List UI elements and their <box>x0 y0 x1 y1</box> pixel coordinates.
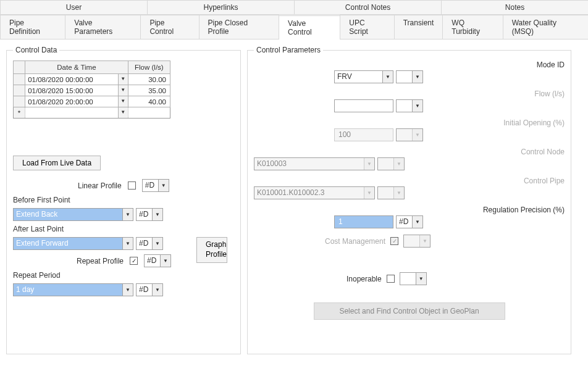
tab-user[interactable]: User <box>0 0 148 14</box>
control-data-group: Control Data Date & Time Flow (l/s) 01/0… <box>6 46 241 354</box>
regulation-precision-hash-dropdown[interactable]: #D▼ <box>396 215 423 228</box>
tab-hyperlinks[interactable]: Hyperlinks <box>147 0 295 14</box>
linear-profile-checkbox[interactable] <box>128 181 136 190</box>
chevron-down-icon: ▼ <box>364 187 374 199</box>
control-pipe-label: Control Pipe <box>356 177 565 185</box>
repeat-period-dropdown[interactable]: 1 day▼ <box>13 283 133 296</box>
chevron-down-icon[interactable]: ▼ <box>152 284 162 296</box>
regulation-precision-label: Regulation Precision (%) <box>336 206 565 214</box>
chevron-down-icon[interactable]: ▼ <box>382 71 393 83</box>
inoperable-label: Inoperable <box>346 275 382 283</box>
cost-management-label: Cost Management <box>325 237 385 246</box>
chevron-down-icon[interactable]: ▼ <box>118 96 128 107</box>
flow-hash-dropdown[interactable]: ▼ <box>396 99 423 112</box>
control-node-dropdown: K010003▼ <box>254 157 375 170</box>
initial-opening-label: Initial Opening (%) <box>356 119 565 127</box>
chevron-down-icon[interactable]: ▼ <box>118 85 128 96</box>
load-from-live-data-button[interactable]: Load From Live Data <box>13 156 101 170</box>
inoperable-hash-dropdown[interactable]: ▼ <box>400 272 427 285</box>
chevron-down-icon[interactable]: ▼ <box>412 216 422 228</box>
before-first-point-label: Before First Point <box>13 196 234 204</box>
after-last-point-label: After Last Point <box>13 225 234 233</box>
chevron-down-icon[interactable]: ▼ <box>412 100 422 112</box>
flow-label: Flow (l/s) <box>356 90 565 98</box>
grid-header-datetime: Date & Time <box>25 61 128 74</box>
grid-header-flow: Flow (l/s) <box>128 61 170 74</box>
chevron-down-icon[interactable]: ▼ <box>118 107 128 118</box>
tab-water-quality-msq[interactable]: Water Quality (MSQ) <box>503 15 588 39</box>
cost-management-checkbox: ✓ <box>390 237 398 245</box>
control-node-label: Control Node <box>356 148 565 156</box>
control-data-legend: Control Data <box>13 46 59 54</box>
chevron-down-icon[interactable]: ▼ <box>160 255 170 267</box>
tab-pipe-closed-profile[interactable]: Pipe Closed Profile <box>199 15 280 39</box>
linear-profile-label: Linear Profile <box>78 181 122 190</box>
chevron-down-icon[interactable]: ▼ <box>122 238 133 249</box>
control-data-grid[interactable]: Date & Time Flow (l/s) 01/08/2020 00:00:… <box>13 60 170 119</box>
chevron-down-icon[interactable]: ▼ <box>152 238 162 249</box>
chevron-down-icon: ▼ <box>393 187 404 199</box>
chevron-down-icon[interactable]: ▼ <box>158 180 169 191</box>
chevron-down-icon[interactable]: ▼ <box>122 284 133 296</box>
control-parameters-legend: Control Parameters <box>254 46 323 54</box>
tab-pipe-control[interactable]: Pipe Control <box>140 15 199 39</box>
chevron-down-icon: ▼ <box>393 158 404 170</box>
grid-header-blank <box>14 61 25 74</box>
sub-tab-bar: Pipe Definition Valve Parameters Pipe Co… <box>0 15 588 40</box>
before-first-hash-dropdown[interactable]: #D▼ <box>136 208 163 221</box>
chevron-down-icon: ▼ <box>364 158 374 170</box>
mode-id-label: Mode ID <box>356 60 565 69</box>
cost-management-hash-dropdown: ▼ <box>403 235 430 248</box>
table-row[interactable]: 01/08/2020 20:00:00▼ 40.00 <box>14 96 170 107</box>
tab-upc-script[interactable]: UPC Script <box>340 15 395 39</box>
tab-valve-parameters[interactable]: Valve Parameters <box>65 15 141 39</box>
mode-id-dropdown[interactable]: FRV▼ <box>334 70 393 83</box>
tab-notes[interactable]: Notes <box>441 0 588 14</box>
top-tab-bar: User Hyperlinks Control Notes Notes <box>0 0 588 15</box>
chevron-down-icon[interactable]: ▼ <box>118 74 128 85</box>
tab-wq-turbidity[interactable]: WQ Turbidity <box>442 15 503 39</box>
initial-opening-input: 100 <box>334 128 393 141</box>
chevron-down-icon[interactable]: ▼ <box>412 71 422 83</box>
regulation-precision-input[interactable]: 1 <box>334 215 393 228</box>
before-first-point-dropdown[interactable]: Extend Back▼ <box>13 208 133 221</box>
control-parameters-group: Control Parameters Mode ID FRV▼ ▼ Flow (… <box>247 46 571 354</box>
graph-profile-button[interactable]: Graph Profile <box>196 237 227 263</box>
initial-opening-hash-dropdown: ▼ <box>396 128 423 141</box>
chevron-down-icon: ▼ <box>419 235 430 247</box>
chevron-down-icon[interactable]: ▼ <box>122 209 133 220</box>
tab-control-notes[interactable]: Control Notes <box>294 0 442 14</box>
repeat-period-hash-dropdown[interactable]: #D▼ <box>136 283 163 296</box>
control-node-hash-dropdown: ▼ <box>377 157 405 170</box>
inoperable-checkbox[interactable] <box>387 275 395 283</box>
after-last-hash-dropdown[interactable]: #D▼ <box>136 237 163 250</box>
mode-id-hash-dropdown[interactable]: ▼ <box>396 70 423 83</box>
tab-valve-control[interactable]: Valve Control <box>279 15 340 40</box>
repeat-profile-hash-dropdown[interactable]: #D▼ <box>144 254 171 267</box>
chevron-down-icon[interactable]: ▼ <box>152 209 162 220</box>
chevron-down-icon: ▼ <box>412 129 422 141</box>
table-new-row[interactable]: * ▼ <box>14 107 170 119</box>
flow-input[interactable] <box>334 99 393 112</box>
repeat-profile-label: Repeat Profile <box>77 257 124 265</box>
table-row[interactable]: 01/08/2020 15:00:00▼ 35.00 <box>14 85 170 96</box>
linear-profile-hash-dropdown[interactable]: #D▼ <box>142 179 169 192</box>
tab-transient[interactable]: Transient <box>394 15 443 39</box>
tab-pipe-definition[interactable]: Pipe Definition <box>0 15 65 39</box>
chevron-down-icon[interactable]: ▼ <box>416 273 426 285</box>
after-last-point-dropdown[interactable]: Extend Forward▼ <box>13 237 133 250</box>
control-pipe-hash-dropdown: ▼ <box>377 186 405 199</box>
control-pipe-dropdown: K010001.K010002.3▼ <box>254 186 375 199</box>
repeat-profile-checkbox[interactable]: ✓ <box>130 257 138 265</box>
table-row[interactable]: 01/08/2020 00:00:00▼ 30.00 <box>14 74 170 85</box>
repeat-period-label: Repeat Period <box>13 271 234 280</box>
select-find-control-object-button: Select and Find Control Object in GeoPla… <box>314 302 505 320</box>
